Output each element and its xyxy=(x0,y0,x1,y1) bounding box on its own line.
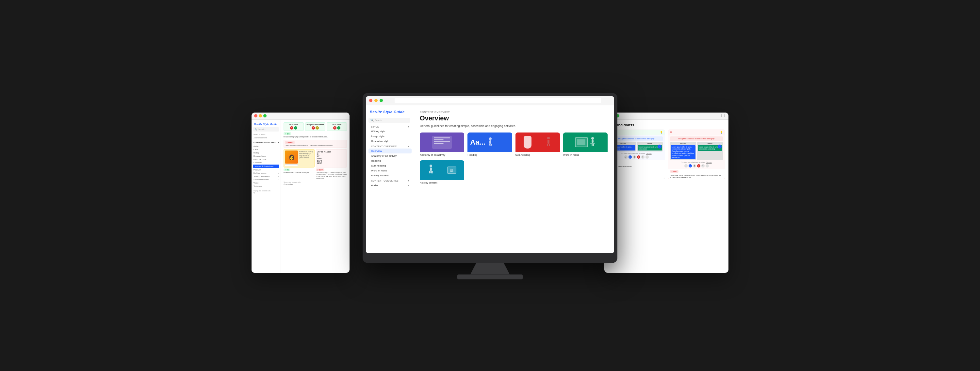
chevron-down-icon: ▾ xyxy=(278,141,278,144)
lw-textareas[interactable]: Textareas xyxy=(251,184,281,188)
right-arrow-do[interactable]: › xyxy=(657,145,662,149)
zeroheight-main: ⬡ zeroheight xyxy=(283,183,347,185)
lw-fill[interactable]: Fill in the blank xyxy=(251,158,281,161)
activity-content-link[interactable]: Activity content xyxy=(371,173,409,178)
svg-rect-9 xyxy=(592,140,593,142)
word-focus-link[interactable]: Word in focus xyxy=(371,168,409,173)
dont-section-1: ✗ Don't Don't use colour references to c… xyxy=(283,140,347,148)
page3-dont[interactable]: 3 xyxy=(697,164,700,168)
dont-text-2: Don't assume your users are sighted, and… xyxy=(316,171,347,179)
lw-drag[interactable]: Drag and drop xyxy=(251,154,281,158)
illustration-style-link[interactable]: Illustration style xyxy=(371,139,409,144)
right-window: ⋮⋮ Do's and don'ts ✕ 💡 Drag the sentence… xyxy=(605,112,729,273)
prev-page-dont[interactable]: ‹ xyxy=(684,164,687,168)
image-checkbox xyxy=(285,164,298,166)
page2-do[interactable]: 2 xyxy=(633,155,636,159)
lw-logo: Berlitz Style Guide xyxy=(251,122,281,126)
check-circle-cb: ✓ xyxy=(315,126,319,130)
page1-dont[interactable]: 1 xyxy=(689,164,692,168)
page1-do[interactable]: 1 xyxy=(628,155,632,159)
lw-multiple[interactable]: Multiple choice › xyxy=(251,171,281,175)
lw-search[interactable]: 🔍 Search... xyxy=(253,127,279,131)
content-overview-header: CONTENT OVERVIEW ▾ xyxy=(371,144,409,149)
dont-text-1: Don't use colour references to c... with… xyxy=(285,145,345,147)
page4-do[interactable]: 4 xyxy=(641,155,644,159)
aa-text: Aa... xyxy=(470,138,485,147)
woman-desc: A woman is smiling while arranging a lar… xyxy=(299,150,313,159)
nav-hint-dont: You can swipe between activities. Dismis… xyxy=(670,161,723,163)
anatomy-card[interactable]: Anatomy of an activity xyxy=(420,133,464,157)
woman-image: 👩 xyxy=(285,150,298,163)
lw-images-active[interactable]: Images & illustrations xyxy=(253,165,279,168)
image-style-link[interactable]: Image style xyxy=(371,134,409,139)
svg-rect-15 xyxy=(429,171,431,173)
do-text-1: Do use iconography where possible to hel… xyxy=(283,136,347,138)
lw-dialog[interactable]: Dialog xyxy=(251,151,281,154)
activity-person xyxy=(428,164,434,176)
subheading-link[interactable]: Sub-heading xyxy=(371,163,409,168)
sidebar-logo: Berlitz Style Guide xyxy=(366,108,413,117)
prev-page-do[interactable]: ‹ xyxy=(624,155,627,159)
writing-style-link[interactable]: Writing style xyxy=(371,129,409,134)
vision-label-do: Vision xyxy=(638,142,662,145)
next-page-dont[interactable]: › xyxy=(706,164,709,168)
anatomy-link[interactable]: Anatomy of an activity xyxy=(371,154,409,158)
monitor-base xyxy=(457,275,523,280)
sidebar-search[interactable]: 🔍 Search... xyxy=(369,118,410,123)
woman-card: 👩 A woman is smiling while arranging a l… xyxy=(283,149,315,168)
activity-content-label: Activity content xyxy=(420,180,464,185)
left-arrow-dont[interactable]: ‹ xyxy=(671,142,672,144)
svg-rect-10 xyxy=(590,142,595,144)
heading-label: Heading xyxy=(468,152,512,157)
dismiss-dont[interactable]: Dismiss xyxy=(706,161,712,163)
heading-card[interactable]: Aa... xyxy=(468,133,512,157)
drag-title-dont: Drag the sentence to the correct categor… xyxy=(671,138,722,140)
right-arrow-dont[interactable]: › xyxy=(718,145,722,149)
heading-figure xyxy=(487,137,493,147)
dismiss-do[interactable]: Dismiss xyxy=(646,152,652,154)
subheading-card[interactable]: Sub-heading xyxy=(515,133,560,157)
chevron-right-icon: › xyxy=(278,179,278,181)
url-bar[interactable] xyxy=(395,98,601,103)
left-window-content: Berlitz Style Guide 🔍 Search... Word in … xyxy=(251,120,350,273)
next-page-do[interactable]: › xyxy=(646,155,649,159)
lw-popover[interactable]: Popover xyxy=(251,168,281,171)
lw-scrambled[interactable]: Scrambled letters › xyxy=(251,178,281,181)
dont-label-1: ✗ Don't xyxy=(285,141,345,144)
drag-prompt: Drag the sentence to the correct categor… xyxy=(610,136,663,141)
lw-speech[interactable]: Speech recognition › xyxy=(251,175,281,178)
anatomy-inner xyxy=(432,136,452,149)
vision-row-1: 20/20 vision ✕ ✓ Red/green colourblind ✕… xyxy=(283,122,347,131)
dont-label-2: ✗ Don't xyxy=(316,168,347,171)
content-overview-chevron-icon: ▾ xyxy=(408,145,409,148)
monitor-screen: Berlitz Style Guide 🔍 Search... STYLE ▾ … xyxy=(366,96,614,253)
right-content: Do's and don'ts ✕ 💡 Drag the sentence to… xyxy=(605,120,729,182)
audio-link[interactable]: Audio › xyxy=(371,183,409,188)
monitor-stand xyxy=(470,263,510,275)
heading-thumb: Aa... xyxy=(468,133,512,152)
mission-label-dont: Mission xyxy=(671,142,695,145)
line4 xyxy=(434,143,444,144)
word-focus-card[interactable]: Word in focus xyxy=(563,133,608,157)
lw-flashcard[interactable]: Flashcard xyxy=(251,161,281,164)
activity-content-card[interactable]: 🖼 Activity content xyxy=(420,160,464,185)
overview-link[interactable]: Overview xyxy=(369,149,412,154)
heading-inner: Aa... xyxy=(468,136,512,149)
cards-grid: Anatomy of an activity Aa... xyxy=(420,133,608,157)
dont-footer-1: ✗ Don't xyxy=(668,169,725,174)
page2-dont[interactable]: 2 xyxy=(693,164,696,168)
cards-row2: 🖼 Activity content xyxy=(420,160,608,185)
lw-footer: Styleguide created with ⬡ xyxy=(251,188,281,194)
content-overview-section: CONTENT OVERVIEW ▾ Overview Anatomy of a… xyxy=(366,144,413,178)
svg-rect-3 xyxy=(490,144,492,146)
page4-dont[interactable]: 4 xyxy=(702,164,705,168)
main-monitor: Berlitz Style Guide 🔍 Search... STYLE ▾ … xyxy=(363,93,617,263)
lw-video[interactable]: Video xyxy=(251,181,281,184)
svg-rect-7 xyxy=(549,144,550,146)
lw-audio[interactable]: Audio xyxy=(251,145,281,148)
heading-link[interactable]: Heading xyxy=(371,158,409,163)
page3-do[interactable]: 3 xyxy=(637,155,640,159)
sitting-person xyxy=(589,137,596,147)
left-sidebar: Berlitz Style Guide 🔍 Search... Word in … xyxy=(251,120,281,273)
lw-card[interactable]: Card xyxy=(251,148,281,151)
